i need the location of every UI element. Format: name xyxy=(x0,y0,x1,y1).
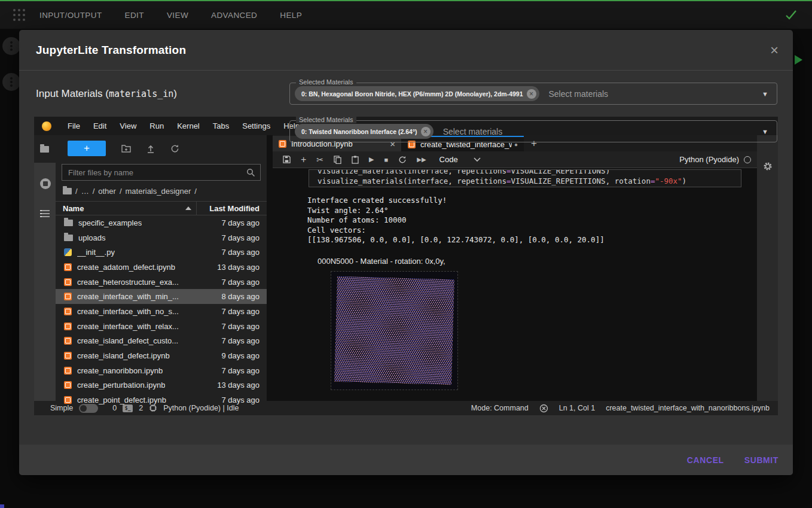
figure-caption: 000N5000 - Material - rotation: 0x,0y, xyxy=(318,257,445,266)
close-icon[interactable]: × xyxy=(770,43,779,57)
file-row[interactable]: create_heterostructure_exa...7 days ago xyxy=(56,275,267,290)
jl-menu-settings[interactable]: Settings xyxy=(236,121,277,130)
file-browser: + Filter files by name xyxy=(56,135,267,401)
chevron-down-icon[interactable] xyxy=(474,157,481,162)
notebook-icon xyxy=(64,381,72,389)
save-icon[interactable] xyxy=(283,156,291,163)
file-row[interactable]: create_interface_with_no_s...7 days ago xyxy=(56,304,267,319)
upload-icon[interactable] xyxy=(146,144,155,153)
refresh-icon[interactable] xyxy=(170,144,179,153)
notebook-icon xyxy=(64,278,72,286)
column-last-modified[interactable]: Last Modified xyxy=(196,202,267,215)
cell-type-select[interactable]: Code xyxy=(439,155,458,164)
file-row[interactable]: create_interface_with_relax...7 days ago xyxy=(56,319,267,334)
notebook-icon xyxy=(64,293,72,300)
grid-icon[interactable] xyxy=(13,9,25,21)
stop-icon[interactable]: ■ xyxy=(384,156,389,163)
column-name[interactable]: Name xyxy=(56,204,196,213)
jl-menu-tabs[interactable]: Tabs xyxy=(206,121,236,130)
file-row-selected[interactable]: create_interface_with_min_...8 days ago xyxy=(56,289,267,304)
file-row[interactable]: uploads7 days ago xyxy=(56,230,267,245)
select-placeholder: Select materials xyxy=(549,89,609,99)
simple-mode-toggle[interactable] xyxy=(79,404,98,413)
menu-edit[interactable]: EDIT xyxy=(125,11,144,20)
app-menu: INPUT/OUTPUT EDIT VIEW ADVANCED HELP xyxy=(39,11,302,20)
notebook-icon xyxy=(64,263,72,271)
python-file-icon xyxy=(64,248,72,256)
jupyterlite-transformation-dialog: JupyterLite Transformation × Input Mater… xyxy=(19,30,793,475)
cancel-button[interactable]: CANCEL xyxy=(687,455,724,465)
input-material-chip[interactable]: 0: BN, Hexagonal Boron Nitride, HEX (P6/… xyxy=(295,86,539,101)
notebook-icon xyxy=(64,396,72,404)
jl-menu-edit[interactable]: Edit xyxy=(87,121,113,130)
menu-advanced[interactable]: ADVANCED xyxy=(211,11,257,20)
copy-icon[interactable] xyxy=(334,156,341,164)
select-placeholder: Select materials xyxy=(443,127,503,136)
jl-menu-run[interactable]: Run xyxy=(143,121,170,130)
sort-asc-icon xyxy=(185,206,191,210)
breadcrumb-other[interactable]: other xyxy=(98,187,116,196)
file-list-header: Name Last Modified xyxy=(56,201,267,215)
file-list: specific_examples7 days ago uploads7 day… xyxy=(56,215,267,407)
dialog-title: JupyterLite Transformation xyxy=(36,44,186,57)
right-sidebar xyxy=(757,135,778,401)
jl-menu-view[interactable]: View xyxy=(113,121,143,130)
top-menu-bar: INPUT/OUTPUT EDIT VIEW ADVANCED HELP xyxy=(0,0,812,29)
play-icon xyxy=(795,55,802,65)
chip-delete-icon[interactable]: × xyxy=(421,127,431,136)
input-materials-select[interactable]: Selected Materials 0: BN, Hexagonal Boro… xyxy=(289,83,777,105)
cursor-position[interactable]: Ln 1, Col 1 xyxy=(559,404,595,412)
check-icon[interactable] xyxy=(784,9,798,21)
file-row[interactable]: create_island_defect.ipynb9 days ago xyxy=(56,348,267,363)
paste-icon[interactable] xyxy=(352,156,359,164)
dialog-footer: CANCEL SUBMIT xyxy=(19,445,793,475)
file-row[interactable]: create_adatom_defect.ipynb13 days ago xyxy=(56,260,267,275)
running-kernels-icon[interactable] xyxy=(40,178,51,189)
dialog-header: JupyterLite Transformation × xyxy=(19,30,793,71)
breadcrumb-ellipsis[interactable]: … xyxy=(81,187,89,196)
notebook-toolbar: + ✂ ▶ ■ ▶▶ Code xyxy=(273,151,757,168)
menu-input-output[interactable]: INPUT/OUTPUT xyxy=(39,11,102,20)
cut-icon[interactable]: ✂ xyxy=(316,155,323,165)
fieldset-label: Selected Materials xyxy=(296,116,356,123)
panel-resizer[interactable] xyxy=(267,135,273,401)
submit-button[interactable]: SUBMIT xyxy=(744,455,779,465)
breadcrumb-materials-designer[interactable]: materials_designer xyxy=(126,187,191,196)
chevron-down-icon[interactable]: ▼ xyxy=(762,128,768,135)
gear-icon[interactable] xyxy=(763,162,773,171)
restart-run-all-icon[interactable]: ▶▶ xyxy=(417,156,426,163)
chip-delete-icon[interactable]: × xyxy=(527,89,536,99)
menu-help[interactable]: HELP xyxy=(280,11,302,20)
code-cell[interactable]: visualize_materials(interface, repetitio… xyxy=(309,169,741,187)
jl-menu-kernel[interactable]: Kernel xyxy=(170,121,206,130)
add-cell-icon[interactable]: + xyxy=(301,154,306,165)
new-launcher-button[interactable]: + xyxy=(68,141,106,156)
kernel-switcher[interactable]: Python (Pyodide) xyxy=(679,155,751,164)
new-folder-icon[interactable] xyxy=(121,144,131,153)
input-materials-label: Input Materials (materials_in) xyxy=(36,88,177,100)
activity-sidebar xyxy=(34,135,56,401)
chevron-down-icon[interactable]: ▼ xyxy=(762,90,768,98)
file-row[interactable]: create_island_defect_custo...7 days ago xyxy=(56,334,267,349)
jupyterlab-panel: File Edit View Run Kernel Tabs Settings … xyxy=(34,117,778,415)
run-icon[interactable]: ▶ xyxy=(369,156,374,163)
file-row[interactable]: specific_examples7 days ago xyxy=(56,215,267,230)
filter-files-input[interactable]: Filter files by name xyxy=(62,164,261,181)
jl-menu-file[interactable]: File xyxy=(61,121,87,130)
search-icon xyxy=(246,168,255,177)
restart-kernel-icon[interactable] xyxy=(398,156,407,164)
screen: INPUT/OUTPUT EDIT VIEW ADVANCED HELP Jup… xyxy=(0,0,812,508)
kernel-status-icon xyxy=(744,156,751,163)
notebook-content[interactable]: visualize_materials(interface, repetitio… xyxy=(273,168,757,401)
folder-icon[interactable] xyxy=(63,188,72,194)
mode-indicator[interactable]: Mode: Command xyxy=(471,404,529,412)
file-row[interactable]: create_perturbation.ipynb13 days ago xyxy=(56,378,267,393)
moire-canvas xyxy=(331,272,457,390)
output-material-chip[interactable]: 0: Twisted Nanoribbon Interface (2.64°) … xyxy=(295,124,434,139)
file-row[interactable]: create_nanoribbon.ipynb7 days ago xyxy=(56,363,267,378)
output-materials-select[interactable]: Selected Materials 0: Twisted Nanoribbon… xyxy=(289,120,777,142)
file-row[interactable]: __init__.py7 days ago xyxy=(56,245,267,260)
background-kebab-button xyxy=(2,73,20,91)
menu-view[interactable]: VIEW xyxy=(167,11,188,20)
files-tab-icon[interactable] xyxy=(40,144,49,155)
